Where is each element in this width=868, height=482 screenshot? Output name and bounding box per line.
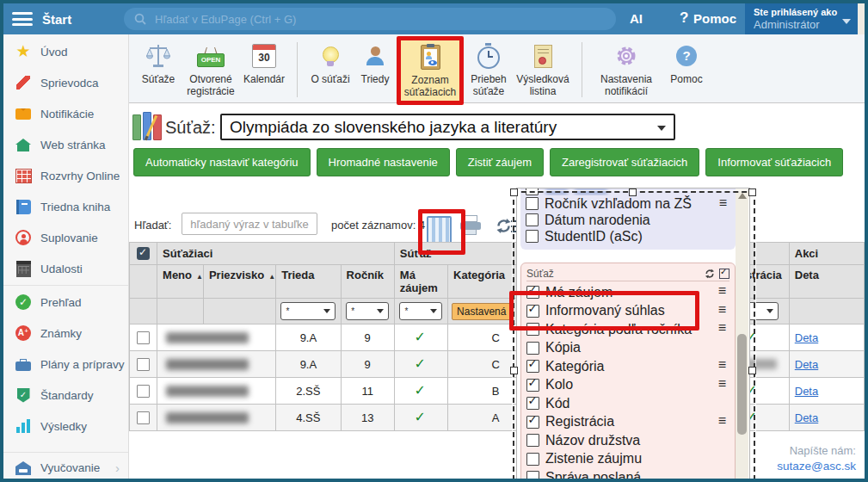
drag-handle-icon[interactable]: ≡ xyxy=(718,413,726,429)
detail-link[interactable]: Deta xyxy=(790,411,864,424)
column-chooser-icon[interactable] xyxy=(427,216,452,244)
tool-zoznam-sutaziacich[interactable]: Zoznam súťažiacich xyxy=(397,36,464,105)
tool-nastavenia-notifikacii[interactable]: Nastavenia notifikácií xyxy=(590,39,662,97)
scrollbar-thumb[interactable] xyxy=(737,334,747,435)
select-all-checkbox[interactable] xyxy=(137,247,150,260)
scroll-up-arrow-icon[interactable] xyxy=(738,193,747,199)
tool-otvorene-registracie[interactable]: OPEN Otvorené registrácie xyxy=(182,39,239,97)
ai-button[interactable]: AI xyxy=(630,11,643,26)
check-all-icon[interactable] xyxy=(719,269,729,279)
find-interest-button[interactable]: Zistiť záujem xyxy=(456,148,544,176)
refresh-icon[interactable] xyxy=(705,269,715,279)
tool-vysledkova-listina[interactable]: Výsledková listina xyxy=(512,39,574,97)
sidebar-item-prehlad[interactable]: ✓ Prehľad xyxy=(3,287,128,318)
checkbox[interactable] xyxy=(526,379,539,392)
col-header-ma-zaujem[interactable]: Má záujem xyxy=(394,265,447,299)
start-button[interactable]: Štart xyxy=(42,12,71,27)
tool-o-sutazi[interactable]: O súťaži xyxy=(305,39,355,86)
bulk-setting-button[interactable]: Hromadné nastavenie xyxy=(317,148,450,176)
help-button[interactable]: Pomoc xyxy=(693,11,736,26)
hamburger-menu-icon[interactable] xyxy=(12,12,33,26)
drag-handle-icon[interactable]: ≡ xyxy=(719,195,727,211)
drag-handle-icon[interactable]: ≡ xyxy=(718,320,726,336)
filter-ma-zaujem[interactable]: * xyxy=(399,302,442,320)
col-header-meno[interactable]: Meno xyxy=(157,265,204,299)
tool-priebeh-sutaze[interactable]: Priebeh súťaže xyxy=(465,39,512,97)
row-checkbox[interactable] xyxy=(137,331,150,344)
table-search-input[interactable] xyxy=(182,213,317,235)
panel-scrollbar[interactable] xyxy=(736,189,748,482)
help-question-icon[interactable]: ? xyxy=(680,9,688,27)
global-search[interactable] xyxy=(124,8,616,30)
tool-pomoc[interactable]: ? Pomoc xyxy=(662,39,711,86)
checkbox[interactable] xyxy=(526,434,539,447)
sidebar-item-notifikacie[interactable]: Notifikácie xyxy=(3,98,128,129)
panel-item-studentid[interactable]: StudentID (aSc) ≡ xyxy=(526,228,730,244)
sidebar-item-rozvrhy[interactable]: Rozvrhy Online xyxy=(3,160,128,191)
tool-kalendar[interactable]: 30 Kalendár xyxy=(239,39,289,86)
panel-item-zistenie-zaujmu[interactable]: Zistenie záujmu ≡ xyxy=(526,450,729,469)
checkbox[interactable] xyxy=(526,471,539,482)
auto-category-button[interactable]: Automaticky nastaviť kategóriu xyxy=(133,148,311,176)
drag-handle-icon[interactable]: ≡ xyxy=(718,376,726,392)
global-search-input[interactable] xyxy=(153,12,569,27)
panel-item-ma-zaujem[interactable]: Má záujem ≡ xyxy=(526,283,729,302)
detail-link[interactable]: Deta xyxy=(790,385,864,398)
panel-item-kod[interactable]: Kód ≡ xyxy=(526,394,729,413)
sidebar-item-suplovanie[interactable]: Suplovanie xyxy=(3,222,128,253)
detail-link[interactable]: Deta xyxy=(790,358,864,371)
sidebar-item-vysledky[interactable]: Výsledky xyxy=(3,411,128,442)
competition-select[interactable]: Olympiáda zo slovenského jazyka a litera… xyxy=(220,114,675,140)
drag-handle-icon[interactable]: ≡ xyxy=(718,357,726,373)
panel-item-sprava-poslana[interactable]: Správa poslaná ≡ xyxy=(526,468,729,482)
tool-triedy[interactable]: Triedy xyxy=(355,39,395,86)
panel-item-datum-narodenia[interactable]: Dátum narodenia ≡ xyxy=(526,212,730,228)
panel-item-rocnik-zs[interactable]: Ročník vzhľadom na ZŠ ≡ xyxy=(526,195,730,212)
col-header-rocnik[interactable]: Ročník xyxy=(341,265,394,299)
sidebar-item-vyucovanie[interactable]: Vyučovanie › xyxy=(3,452,128,482)
col-header-trieda[interactable]: Trieda xyxy=(276,265,341,299)
panel-item-registracia[interactable]: Registrácia ≡ xyxy=(526,413,729,432)
detail-link[interactable]: Deta xyxy=(790,331,864,344)
sidebar-item-triedna-kniha[interactable]: Triedna kniha xyxy=(3,191,128,222)
row-checkbox[interactable] xyxy=(137,385,150,398)
checkbox[interactable] xyxy=(526,213,539,226)
sidebar-item-udalosti[interactable]: Udalosti xyxy=(3,253,128,284)
panel-item-nazov-druzstva[interactable]: Názov družstva ≡ xyxy=(526,431,729,450)
tool-sutaze[interactable]: Súťaže xyxy=(134,39,182,86)
panel-item-kategoria[interactable]: Kategória ≡ xyxy=(526,357,729,376)
sidebar-item-uvod[interactable]: ★ Úvod xyxy=(3,36,128,67)
checkbox[interactable] xyxy=(526,230,539,243)
inform-button[interactable]: Informovať súťažiacich xyxy=(705,148,843,176)
checkbox[interactable] xyxy=(526,342,539,355)
checkbox[interactable] xyxy=(526,286,539,299)
checkbox[interactable] xyxy=(526,416,539,429)
panel-item-kopia[interactable]: Kópia ≡ xyxy=(526,339,729,358)
drag-handle-icon[interactable]: ≡ xyxy=(718,283,726,299)
sidebar-item-znamky[interactable]: A⁺ Známky xyxy=(3,318,128,349)
col-header-detail[interactable]: Deta xyxy=(789,265,864,299)
col-header-priezvisko[interactable]: Priezvisko xyxy=(203,265,275,299)
user-menu[interactable]: Ste prihlásený ako Administrátor xyxy=(745,3,858,34)
filter-kategoria[interactable]: Nastavená xyxy=(452,303,511,320)
drag-handle-icon[interactable]: ≡ xyxy=(718,302,726,318)
refresh-icon[interactable] xyxy=(496,218,512,238)
checkbox[interactable] xyxy=(526,197,539,210)
sidebar-item-sprievodca[interactable]: Sprievodca xyxy=(3,67,128,98)
checkbox[interactable] xyxy=(526,397,539,410)
sidebar-item-plany[interactable]: Plány a prípravy xyxy=(3,349,128,380)
checkbox[interactable] xyxy=(526,323,539,336)
contact-email-link[interactable]: sutaze@asc.sk xyxy=(777,460,856,473)
print-icon[interactable] xyxy=(460,215,481,234)
row-checkbox[interactable] xyxy=(137,411,150,424)
sidebar-item-standardy[interactable]: ✓ Štandardy xyxy=(3,380,128,411)
checkbox[interactable] xyxy=(526,360,539,373)
panel-item-kategoria-podla-rocnika[interactable]: Kategória podľa ročníka ≡ xyxy=(526,320,729,339)
checkbox[interactable] xyxy=(526,453,539,466)
filter-rocnik[interactable]: * xyxy=(346,302,389,320)
register-button[interactable]: Zaregistrovať súťažiacich xyxy=(550,148,699,176)
filter-trieda[interactable]: * xyxy=(280,302,336,320)
row-checkbox[interactable] xyxy=(137,358,150,371)
sidebar-item-web-stranka[interactable]: Web stránka xyxy=(3,129,128,160)
panel-item-informovany-suhlas[interactable]: Informovaný súhlas ≡ xyxy=(526,302,729,321)
